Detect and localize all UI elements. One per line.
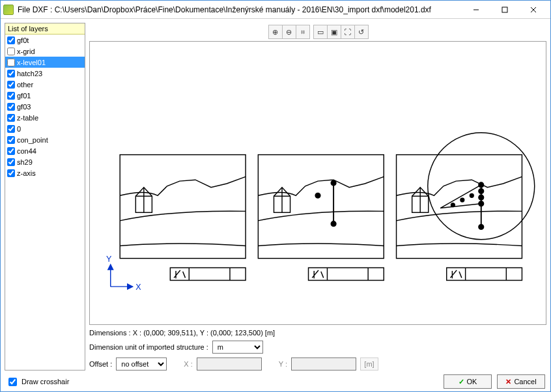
svg-point-29 — [460, 198, 464, 202]
right-area: ⊕⊖⌗▭▣⛶↺ X Y — [89, 23, 546, 371]
offset-unit: [m] — [360, 357, 378, 371]
preview-canvas[interactable]: X Y — [89, 41, 546, 325]
layer-checkbox[interactable] — [7, 36, 15, 44]
minimize-button[interactable] — [462, 1, 490, 18]
cross-icon: ✕ — [505, 378, 511, 386]
unit-label: Dimension unit of imported structure : — [89, 343, 208, 351]
dialog-body: List of layers gf0tx-gridx-level01hatch2… — [1, 19, 550, 391]
dialog-window: File DXF : C:\Users\Dan\Dropbox\Práce\Fi… — [0, 0, 551, 392]
layer-checkbox[interactable] — [7, 169, 15, 177]
svg-rect-1 — [502, 7, 507, 12]
unit-row: Dimension unit of imported structure : m — [89, 341, 546, 354]
layer-checkbox[interactable] — [7, 114, 15, 122]
layer-name: hatch23 — [17, 70, 42, 77]
layer-name: sh29 — [17, 158, 33, 166]
unit-select[interactable]: m — [212, 341, 263, 354]
layer-checkbox[interactable] — [7, 92, 15, 100]
layer-checkbox[interactable] — [7, 81, 15, 89]
crosshair-row[interactable]: Draw crosshair — [6, 376, 69, 388]
offset-x-label: X : — [184, 360, 192, 368]
window-title: File DXF : C:\Users\Dan\Dropbox\Práce\Fi… — [18, 5, 462, 14]
zoom-window-icon[interactable]: ⌗ — [296, 25, 310, 39]
svg-rect-14 — [258, 155, 384, 259]
layer-row[interactable]: z-axis — [5, 167, 85, 178]
layer-row[interactable]: con_point — [5, 134, 85, 145]
maximize-button[interactable] — [490, 1, 519, 18]
button-row: ✓ OK ✕ Cancel — [444, 374, 545, 389]
offset-label: Offset : — [89, 360, 112, 368]
layer-checkbox[interactable] — [7, 136, 15, 144]
ok-button[interactable]: ✓ OK — [444, 374, 492, 389]
offset-row: Offset : no offset X : Y : [m] — [89, 357, 546, 371]
svg-point-30 — [470, 193, 473, 197]
layer-row[interactable]: x-grid — [5, 46, 85, 57]
svg-rect-37 — [447, 268, 522, 280]
cancel-button-label: Cancel — [514, 378, 536, 385]
svg-point-17 — [315, 193, 320, 198]
layer-name: con44 — [17, 147, 36, 155]
zoom-extents-icon[interactable]: ▭ — [313, 25, 328, 39]
layer-checkbox[interactable] — [7, 59, 15, 66]
layer-checkbox[interactable] — [7, 70, 15, 77]
layer-name: x-grid — [17, 48, 35, 55]
layer-checkbox[interactable] — [7, 48, 15, 55]
layer-row[interactable]: z-table — [5, 112, 85, 123]
layer-row[interactable]: gf03 — [5, 101, 85, 112]
layer-name: gf01 — [17, 92, 31, 100]
layer-name: gf0t — [17, 36, 29, 44]
redraw-icon[interactable]: ↺ — [354, 25, 369, 39]
close-button[interactable] — [519, 1, 548, 18]
check-icon: ✓ — [459, 378, 464, 386]
layer-name: gf03 — [17, 103, 31, 111]
offset-y-input — [291, 357, 356, 371]
crosshair-checkbox[interactable] — [8, 378, 17, 386]
zoom-full-icon[interactable]: ⛶ — [341, 25, 355, 39]
svg-rect-11 — [170, 268, 246, 280]
layer-name: z-axis — [17, 169, 36, 177]
layer-row[interactable]: 0 — [5, 123, 85, 134]
zoom-in-icon[interactable]: ⊕ — [268, 25, 283, 39]
svg-marker-7 — [108, 264, 113, 270]
layer-name: 0 — [17, 125, 21, 133]
bottom-row: Draw crosshair ✓ OK ✕ Cancel — [5, 373, 546, 389]
layer-row[interactable]: con44 — [5, 145, 85, 156]
layer-row[interactable]: x-level01 — [5, 57, 85, 68]
layer-checkbox[interactable] — [7, 125, 15, 133]
layer-name: other — [17, 81, 33, 89]
layer-name: z-table — [17, 114, 38, 122]
layer-checkbox[interactable] — [7, 158, 15, 166]
layer-name: con_point — [17, 136, 48, 144]
axis-y-label: Y — [106, 255, 112, 264]
layers-list[interactable]: gf0tx-gridx-level01hatch23othergf01gf03z… — [5, 35, 85, 370]
svg-marker-5 — [128, 284, 133, 289]
zoom-out-icon[interactable]: ⊖ — [282, 25, 296, 39]
titlebar: File DXF : C:\Users\Dan\Dropbox\Práce\Fi… — [1, 1, 550, 19]
svg-rect-21 — [309, 268, 384, 280]
dimensions-text: Dimensions : X : (0,000; 309,511), Y : (… — [89, 329, 546, 337]
cancel-button[interactable]: ✕ Cancel — [497, 374, 545, 389]
layer-row[interactable]: sh29 — [5, 156, 85, 167]
layer-checkbox[interactable] — [7, 103, 15, 111]
layers-header: List of layers — [5, 23, 85, 35]
ok-button-label: OK — [467, 378, 477, 385]
offset-x-input — [197, 357, 262, 371]
layer-row[interactable]: gf0t — [5, 35, 85, 46]
top-area: List of layers gf0tx-gridx-level01hatch2… — [5, 23, 546, 371]
svg-rect-8 — [120, 155, 246, 259]
offset-y-label: Y : — [279, 360, 287, 368]
toolbar: ⊕⊖⌗▭▣⛶↺ — [89, 23, 546, 41]
layer-row[interactable]: gf01 — [5, 90, 85, 101]
layer-name: x-level01 — [17, 59, 46, 66]
offset-select[interactable]: no offset — [116, 357, 167, 371]
info-area: Dimensions : X : (0,000; 309,511), Y : (… — [89, 329, 546, 371]
layer-row[interactable]: other — [5, 79, 85, 90]
zoom-selection-icon[interactable]: ▣ — [327, 25, 341, 39]
layer-row[interactable]: hatch23 — [5, 68, 85, 79]
axis-x-label: X — [135, 283, 141, 292]
crosshair-label: Draw crosshair — [21, 378, 69, 385]
layers-panel: List of layers gf0tx-gridx-level01hatch2… — [5, 23, 85, 371]
layer-checkbox[interactable] — [7, 147, 15, 155]
app-icon — [3, 5, 14, 15]
